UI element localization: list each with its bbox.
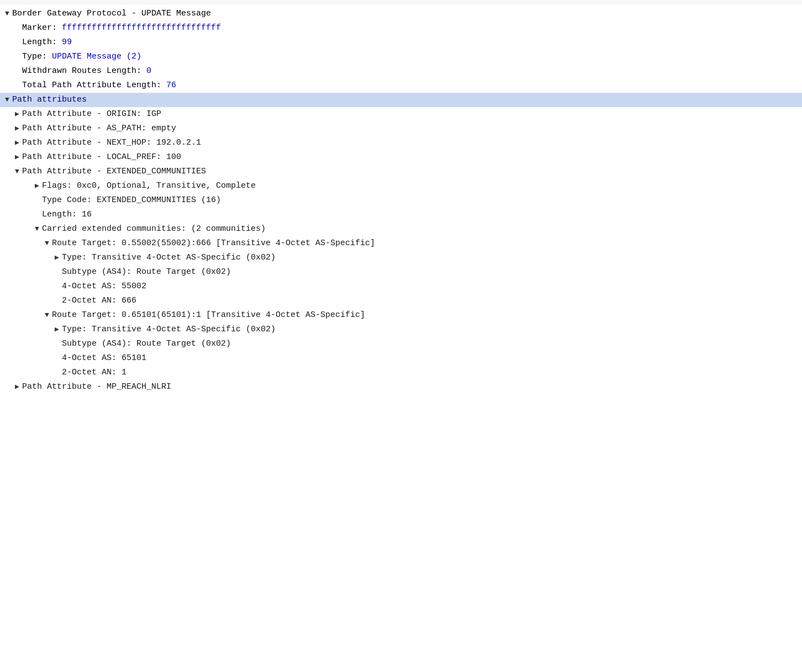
ext-comm-length-label: Length: 16 <box>42 208 92 221</box>
length-row: Length: 99 <box>0 35 802 50</box>
next-hop-label: Path Attribute - NEXT_HOP: 192.0.2.1 <box>22 136 201 150</box>
rt1-type-toggle[interactable]: ▶ <box>52 252 62 264</box>
as-path-label: Path Attribute - AS_PATH: empty <box>22 122 176 135</box>
type-label: Type: UPDATE Message (2) <box>22 50 141 64</box>
carried-ext-communities-row[interactable]: ▼ Carried extended communities: (2 commu… <box>0 222 802 236</box>
tree-container: ▼ Border Gateway Protocol - UPDATE Messa… <box>0 4 802 672</box>
type-row: Type: UPDATE Message (2) <box>0 50 802 64</box>
origin-row[interactable]: ▶ Path Attribute - ORIGIN: IGP <box>0 107 802 121</box>
ext-comm-length-row: Length: 16 <box>0 208 802 222</box>
total-path-attr-length-label: Total Path Attribute Length: 76 <box>22 79 176 92</box>
rt1-as4-row: 4-Octet AS: 55002 <box>0 279 802 294</box>
rt1-subtype-label: Subtype (AS4): Route Target (0x02) <box>62 266 231 279</box>
route-target-2-label: Route Target: 0.65101(65101):1 [Transiti… <box>52 309 365 322</box>
type-code-row: Type Code: EXTENDED_COMMUNITIES (16) <box>0 193 802 208</box>
flags-toggle[interactable]: ▶ <box>32 181 42 192</box>
length-label: Length: 99 <box>22 36 72 49</box>
extended-communities-label: Path Attribute - EXTENDED_COMMUNITIES <box>22 165 206 178</box>
origin-label: Path Attribute - ORIGIN: IGP <box>22 108 161 121</box>
rt2-an-label: 2-Octet AN: 1 <box>62 366 126 379</box>
mp-reach-nlri-label: Path Attribute - MP_REACH_NLRI <box>22 380 171 394</box>
rt2-subtype-label: Subtype (AS4): Route Target (0x02) <box>62 337 231 351</box>
flags-row[interactable]: ▶ Flags: 0xc0, Optional, Transitive, Com… <box>0 179 802 193</box>
marker-row: Marker: ffffffffffffffffffffffffffffffff <box>0 21 802 35</box>
rt1-type-label: Type: Transitive 4-Octet AS-Specific (0x… <box>62 251 276 264</box>
rt2-as4-row: 4-Octet AS: 65101 <box>0 351 802 366</box>
route-target-1-row[interactable]: ▼ Route Target: 0.55002(55002):666 [Tran… <box>0 236 802 251</box>
rt1-subtype-row: Subtype (AS4): Route Target (0x02) <box>0 265 802 279</box>
as-path-row[interactable]: ▶ Path Attribute - AS_PATH: empty <box>0 121 802 136</box>
rt2-type-toggle[interactable]: ▶ <box>52 324 62 336</box>
rt2-type-row[interactable]: ▶ Type: Transitive 4-Octet AS-Specific (… <box>0 322 802 337</box>
root-label: Border Gateway Protocol - UPDATE Message <box>12 7 211 20</box>
mp-reach-nlri-toggle[interactable]: ▶ <box>12 382 22 393</box>
root-toggle[interactable]: ▼ <box>2 8 12 20</box>
marker-label: Marker: ffffffffffffffffffffffffffffffff <box>22 22 221 35</box>
rt1-an-label: 2-Octet AN: 666 <box>62 294 136 308</box>
total-path-attr-length-row: Total Path Attribute Length: 76 <box>0 78 802 93</box>
route-target-2-toggle[interactable]: ▼ <box>42 310 52 321</box>
extended-communities-toggle[interactable]: ▼ <box>12 166 22 178</box>
rt2-type-label: Type: Transitive 4-Octet AS-Specific (0x… <box>62 323 276 336</box>
route-target-2-row[interactable]: ▼ Route Target: 0.65101(65101):1 [Transi… <box>0 308 802 322</box>
withdrawn-routes-row: Withdrawn Routes Length: 0 <box>0 64 802 78</box>
route-target-1-toggle[interactable]: ▼ <box>42 238 52 250</box>
type-code-label: Type Code: EXTENDED_COMMUNITIES (16) <box>42 194 221 207</box>
rt1-an-row: 2-Octet AN: 666 <box>0 294 802 308</box>
rt1-as4-label: 4-Octet AS: 55002 <box>62 280 146 293</box>
route-target-1-label: Route Target: 0.55002(55002):666 [Transi… <box>52 237 375 250</box>
root-row[interactable]: ▼ Border Gateway Protocol - UPDATE Messa… <box>0 7 802 21</box>
rt2-as4-label: 4-Octet AS: 65101 <box>62 352 146 365</box>
flags-label: Flags: 0xc0, Optional, Transitive, Compl… <box>42 179 256 193</box>
origin-toggle[interactable]: ▶ <box>12 109 22 120</box>
rt2-an-row: 2-Octet AN: 1 <box>0 366 802 380</box>
carried-ext-communities-toggle[interactable]: ▼ <box>32 224 42 235</box>
path-attributes-toggle[interactable]: ▼ <box>2 94 12 106</box>
rt1-type-row[interactable]: ▶ Type: Transitive 4-Octet AS-Specific (… <box>0 251 802 265</box>
mp-reach-nlri-row[interactable]: ▶ Path Attribute - MP_REACH_NLRI <box>0 380 802 394</box>
local-pref-toggle[interactable]: ▶ <box>12 152 22 163</box>
path-attributes-label: Path attributes <box>12 93 87 107</box>
local-pref-row[interactable]: ▶ Path Attribute - LOCAL_PREF: 100 <box>0 150 802 165</box>
next-hop-toggle[interactable]: ▶ <box>12 137 22 149</box>
rt2-subtype-row: Subtype (AS4): Route Target (0x02) <box>0 337 802 351</box>
as-path-toggle[interactable]: ▶ <box>12 123 22 135</box>
local-pref-label: Path Attribute - LOCAL_PREF: 100 <box>22 151 181 164</box>
withdrawn-routes-label: Withdrawn Routes Length: 0 <box>22 65 151 78</box>
next-hop-row[interactable]: ▶ Path Attribute - NEXT_HOP: 192.0.2.1 <box>0 136 802 150</box>
carried-ext-communities-label: Carried extended communities: (2 communi… <box>42 223 266 236</box>
extended-communities-row[interactable]: ▼ Path Attribute - EXTENDED_COMMUNITIES <box>0 165 802 179</box>
path-attributes-row[interactable]: ▼ Path attributes <box>0 93 802 107</box>
